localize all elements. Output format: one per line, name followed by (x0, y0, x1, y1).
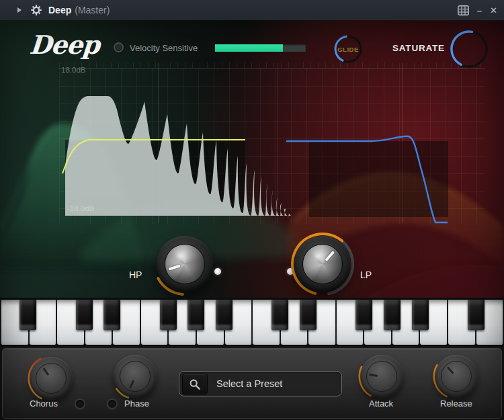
chorus-toggle[interactable] (75, 398, 85, 409)
black-key[interactable] (187, 300, 204, 330)
bottom-panel-inset: Chorus Phase Select a Preset (2, 348, 502, 419)
saturate-label: SATURATE (392, 43, 445, 53)
black-key[interactable] (160, 300, 177, 330)
attack-label: Attack (369, 398, 393, 409)
black-key[interactable] (271, 300, 288, 330)
black-key[interactable] (216, 300, 233, 330)
lp-knob[interactable] (289, 230, 356, 298)
close-button[interactable]: ✕ (490, 6, 497, 15)
hp-knob[interactable] (151, 230, 218, 298)
hp-label: HP (129, 269, 142, 280)
lp-filter-range-box (309, 141, 448, 217)
minimize-button[interactable]: – (477, 6, 482, 15)
preset-placeholder: Select a Preset (216, 372, 282, 396)
level-meter[interactable] (215, 44, 306, 52)
db-scale-bottom: -18.0dB (67, 204, 94, 212)
lp-knob-pointer (325, 251, 335, 261)
velocity-sensitive-radio[interactable] (114, 42, 124, 52)
chorus-knob[interactable] (26, 353, 77, 404)
lp-label: LP (360, 269, 372, 280)
black-key[interactable] (76, 300, 93, 330)
preset-search-button[interactable] (182, 374, 208, 394)
db-scale-top: 18.0dB (61, 66, 85, 74)
window-title: Deep (48, 5, 71, 15)
gear-icon[interactable] (31, 5, 42, 15)
bottom-panel: Chorus Phase Select a Preset (0, 345, 504, 420)
phase-knob[interactable] (110, 351, 161, 402)
title-bar: Deep (Master) – ✕ (0, 0, 504, 21)
black-key[interactable] (384, 300, 401, 330)
release-label: Release (440, 398, 472, 409)
velocity-sensitive-label: Velocity Sensitive (130, 43, 198, 53)
search-icon (189, 378, 201, 390)
black-key[interactable] (19, 300, 36, 330)
black-key[interactable] (355, 300, 372, 330)
detach-grid-icon[interactable] (458, 5, 469, 15)
grid-marker-line (278, 63, 278, 223)
attack-knob[interactable] (356, 351, 407, 402)
glide-knob[interactable]: GLIDE (333, 34, 363, 64)
glide-label: GLIDE (333, 34, 363, 64)
hp-knob-pointer (169, 264, 181, 270)
phase-label: Phase (124, 398, 149, 409)
chorus-label: Chorus (30, 398, 58, 409)
expand-caret-icon[interactable] (17, 7, 22, 13)
frequency-ruler-ticks (59, 62, 485, 68)
deep-logo: Deep (28, 30, 100, 60)
phase-toggle[interactable] (107, 398, 118, 409)
black-key[interactable] (103, 300, 120, 330)
saturate-knob[interactable] (450, 30, 489, 69)
keyboard (0, 298, 504, 345)
black-key[interactable] (300, 300, 317, 330)
deep-plugin-window: Deep (Master) – ✕ (0, 0, 504, 420)
black-key[interactable] (412, 300, 429, 330)
level-meter-fill (215, 44, 283, 52)
plugin-body: 18.0dB -18.0dB Deep Velocity Sensitive G… (0, 20, 504, 420)
preset-selector[interactable]: Select a Preset (179, 371, 342, 396)
hp-enable-led[interactable] (214, 268, 221, 275)
black-key[interactable] (468, 300, 485, 330)
release-knob[interactable] (431, 351, 482, 402)
window-context: (Master) (75, 5, 110, 15)
keyboard-keys (0, 300, 504, 345)
